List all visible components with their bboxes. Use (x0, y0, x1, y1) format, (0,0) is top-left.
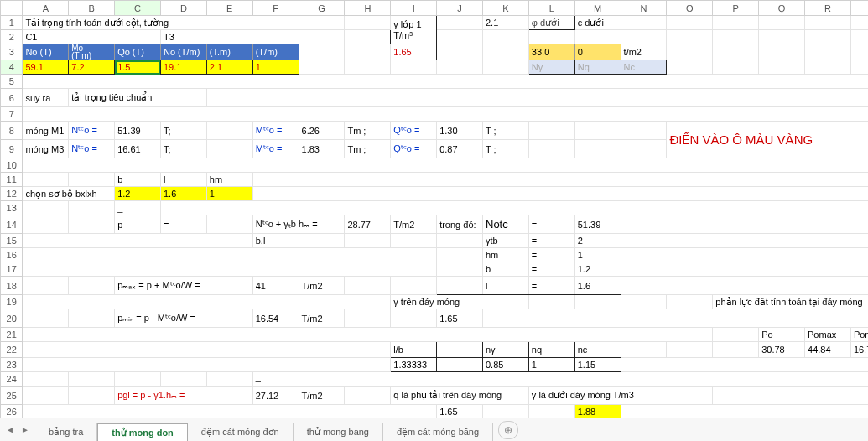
new-sheet-button[interactable]: ⊕ (498, 421, 518, 439)
c-duoi[interactable]: c dưới (574, 16, 621, 30)
row-22[interactable]: 22 (1, 342, 23, 358)
row-19[interactable]: 19 (1, 295, 23, 309)
qtco-val: 1.30 (437, 122, 483, 140)
mong-m3: móng M3 (23, 140, 69, 158)
unit-t2: T ; (483, 122, 529, 140)
col-Q[interactable]: Q (759, 1, 805, 16)
tab-dem-cat-mong-bang[interactable]: đệm cát móng băng (383, 423, 493, 442)
row-23[interactable]: 23 (1, 358, 23, 372)
qtco-label: Qᵗᶜo = (391, 122, 437, 140)
col-D[interactable]: D (160, 1, 206, 16)
col-B[interactable]: B (69, 1, 115, 16)
row-8[interactable]: 8 (1, 122, 23, 140)
n-gamma: Nγ (528, 60, 574, 75)
gamma-duoi-val[interactable]: 1.88 (574, 405, 621, 419)
col-J[interactable]: J (437, 1, 483, 16)
phan-luc: phản lực đất tính toán tại đáy móng (713, 295, 868, 309)
nc-hdr: nc (574, 342, 621, 358)
col-A[interactable]: A (23, 1, 69, 16)
val-0[interactable]: 0 (574, 44, 621, 60)
b4[interactable]: 7.2 (69, 60, 115, 75)
gamma-val[interactable]: 1.65 (391, 44, 437, 60)
col-P[interactable]: P (713, 1, 759, 16)
spreadsheet-grid[interactable]: ABCDEFGHIJKLMNOPQRS 1 Tải trọng tính toá… (0, 0, 868, 417)
group-t3[interactable]: T3 (160, 30, 299, 44)
val-2877: 28.77 (345, 215, 391, 234)
tab-nav-prev[interactable]: ◄ (3, 423, 18, 438)
row-21[interactable]: 21 (1, 328, 23, 342)
tab-thu-mong-don[interactable]: thử mong don (97, 423, 188, 442)
a4[interactable]: 59.1 (23, 60, 69, 75)
row-5[interactable]: 5 (1, 75, 23, 89)
gamma-tren-val: 1.65 (437, 309, 483, 328)
pomin-hdr: Pomin (850, 328, 868, 342)
row-6[interactable]: 6 (1, 89, 23, 107)
hdr-tm2[interactable]: (T/m) (252, 44, 299, 60)
val-33[interactable]: 33.0 (528, 44, 574, 60)
k1[interactable]: 2.1 (483, 16, 529, 30)
unit-t: T; (160, 122, 206, 140)
col-F[interactable]: F (252, 1, 299, 16)
row-10[interactable]: 10 (1, 158, 23, 173)
col-M[interactable]: M (574, 1, 621, 16)
col-E[interactable]: E (206, 1, 252, 16)
row-20[interactable]: 20 (1, 309, 23, 328)
hdr-tm[interactable]: (T.m) (206, 44, 252, 60)
row-1[interactable]: 1 (1, 16, 23, 30)
lb-hdr: l/b (391, 342, 437, 358)
row-3[interactable]: 3 (1, 44, 23, 60)
row-25[interactable]: 25 (1, 387, 23, 405)
corner-cell[interactable] (1, 1, 23, 16)
n-q: Nq (574, 60, 621, 75)
col-I[interactable]: I (391, 1, 437, 16)
hdr-mo[interactable]: Mo(T m) (69, 44, 115, 60)
row-12[interactable]: 12 (1, 187, 23, 201)
hdr-no2[interactable]: No (T/m) (160, 44, 206, 60)
col-L[interactable]: L (528, 1, 574, 16)
tab-nav-next[interactable]: ► (18, 423, 33, 438)
e4[interactable]: 2.1 (206, 60, 252, 75)
tab-bang-tra[interactable]: bảng tra (35, 423, 97, 442)
row-7[interactable]: 7 (1, 107, 23, 122)
row-9[interactable]: 9 (1, 140, 23, 158)
row-4[interactable]: 4 (1, 60, 23, 75)
hdr-qo[interactable]: Qo (T) (115, 44, 161, 60)
d4[interactable]: 19.1 (160, 60, 206, 75)
phi-duoi[interactable]: φ dưới (528, 16, 574, 30)
tab-dem-cat-mong-don[interactable]: đệm cát móng đơn (188, 423, 294, 442)
col-O[interactable]: O (667, 1, 713, 16)
nq-hdr: nq (528, 342, 574, 358)
col-H[interactable]: H (345, 1, 391, 16)
col-R[interactable]: R (805, 1, 851, 16)
gamma-tren: γ trên đáy móng (391, 295, 529, 309)
b-val[interactable]: 1.2 (115, 187, 161, 201)
row-14[interactable]: 14 (1, 215, 23, 234)
group-c1[interactable]: C1 (23, 30, 161, 44)
col-C[interactable]: C (115, 1, 161, 16)
row-17[interactable]: 17 (1, 262, 23, 277)
row-16[interactable]: 16 (1, 248, 23, 262)
title-cell[interactable]: Tải trọng tính toán dưới cột, tường (23, 16, 299, 30)
tab-thu-mong-bang[interactable]: thử mong bang (294, 423, 383, 442)
row-18[interactable]: 18 (1, 277, 23, 295)
pgl-val: 27.12 (252, 387, 299, 405)
row-13[interactable]: 13 (1, 201, 23, 215)
row-26[interactable]: 26 (1, 405, 23, 419)
gamma-lop[interactable]: γ lớp 1T/m³ (391, 16, 437, 44)
row-11[interactable]: 11 (1, 173, 23, 187)
hm-val[interactable]: 1 (206, 187, 252, 201)
column-headers[interactable]: ABCDEFGHIJKLMNOPQRS (1, 1, 869, 16)
l-val[interactable]: 1.6 (160, 187, 206, 201)
col-G[interactable]: G (299, 1, 345, 16)
c4-selected[interactable]: 1.5 (115, 60, 161, 75)
suy-ra: suy ra (23, 89, 69, 107)
f4[interactable]: 1 (252, 60, 299, 75)
row-24[interactable]: 24 (1, 372, 23, 387)
row-2[interactable]: 2 (1, 30, 23, 44)
col-S[interactable]: S (850, 1, 868, 16)
pmax-formula: pₘₐₓ = p + Mᵗᶜo/W = (115, 277, 253, 295)
col-N[interactable]: N (621, 1, 667, 16)
hdr-no[interactable]: No (T) (23, 44, 69, 60)
col-K[interactable]: K (483, 1, 529, 16)
row-15[interactable]: 15 (1, 234, 23, 248)
